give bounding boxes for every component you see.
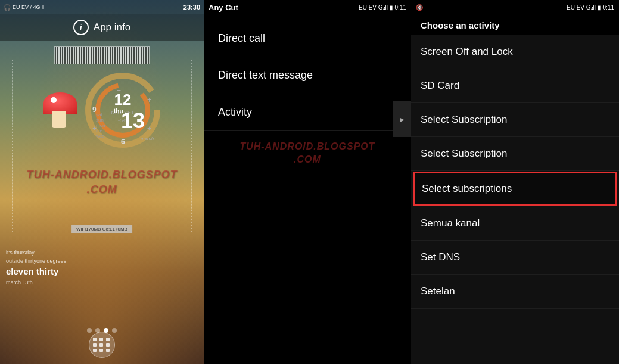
activity-status-right: EU EV G₄ll ▮ 0:11 bbox=[567, 4, 614, 11]
activity-header: Choose an activity bbox=[411, 14, 619, 35]
date-text: march | 3th bbox=[6, 279, 66, 287]
clock-widget: 12 NOT SET -5% sat sun mon tue wed 13 th… bbox=[24, 71, 180, 149]
anycut-menu: Direct call Direct text message Activity bbox=[204, 14, 411, 364]
data-info-bar: WiFi170MB Co:L170MB bbox=[71, 225, 132, 233]
svg-text:sun: sun bbox=[96, 117, 104, 123]
sd-card-label: SD Card bbox=[421, 80, 459, 91]
status-bar-home: 🎧 EU EV / 4G ll 23:30 bbox=[0, 0, 204, 14]
anycut-status-right: EU EV G₄ll ▮ 0:11 bbox=[359, 4, 406, 11]
set-dns-label: Set DNS bbox=[421, 251, 460, 263]
setelan-label: Setelan bbox=[421, 285, 455, 297]
app-info-label: App info bbox=[94, 21, 130, 33]
activity-item-setelan[interactable]: Setelan bbox=[411, 275, 619, 309]
headphone-icon: 🎧 bbox=[4, 4, 11, 11]
anycut-panel: Any Cut EU EV G₄ll ▮ 0:11 ▶ TUH-ANDROID.… bbox=[204, 0, 411, 364]
svg-text:+: + bbox=[147, 125, 151, 133]
anycut-app-name: Any Cut bbox=[209, 3, 238, 12]
svg-text:mon: mon bbox=[96, 123, 105, 128]
select-sub-1-label: Select Subscription bbox=[421, 114, 508, 125]
svg-text:+: + bbox=[92, 125, 97, 133]
bottom-info-text: it's thursday outside thirtyone degrees … bbox=[6, 249, 66, 287]
ring-clock: 12 NOT SET -5% sat sun mon tue wed 13 th… bbox=[84, 71, 161, 149]
app-info-bar[interactable]: i App info bbox=[0, 14, 204, 41]
play-icon[interactable]: ▶ bbox=[393, 101, 411, 137]
activity-item-semua-kanal[interactable]: Semua kanal bbox=[411, 207, 619, 241]
svg-text:13: 13 bbox=[121, 108, 145, 133]
anycut-item-direct-text[interactable]: Direct text message bbox=[204, 57, 411, 94]
svg-text:+: + bbox=[147, 96, 151, 104]
status-left-icons: 🎧 EU EV / 4G ll bbox=[4, 4, 44, 11]
network-info: EU EV / 4G ll bbox=[13, 4, 44, 10]
svg-text:wed: wed bbox=[95, 133, 105, 139]
time-text: eleven thirty bbox=[6, 265, 66, 279]
svg-text:sat: sat bbox=[96, 112, 102, 117]
clock-display: 23:30 bbox=[183, 4, 200, 11]
activity-item-select-subs[interactable]: Select subscriptions bbox=[413, 172, 617, 206]
mushroom-icon bbox=[42, 92, 78, 128]
home-screen: 🎧 EU EV / 4G ll 23:30 i App info bbox=[0, 0, 204, 364]
info-icon: i bbox=[73, 20, 89, 35]
svg-text:9: 9 bbox=[92, 105, 97, 114]
status-time: 23:30 bbox=[183, 4, 200, 11]
activity-item-select-sub-2[interactable]: Select Subscription bbox=[411, 137, 619, 171]
grid-dots-icon bbox=[93, 338, 111, 352]
apps-dock[interactable] bbox=[89, 332, 115, 358]
activity-item-set-dns[interactable]: Set DNS bbox=[411, 241, 619, 275]
svg-text:6: 6 bbox=[121, 138, 125, 146]
activity-item-screen-off[interactable]: Screen Off and Lock bbox=[411, 35, 619, 69]
svg-text:march: march bbox=[141, 136, 154, 141]
apps-button[interactable] bbox=[89, 332, 115, 358]
activity-list: Screen Off and Lock SD Card Select Subsc… bbox=[411, 35, 619, 364]
status-bar-activity: 🔇 EU EV G₄ll ▮ 0:11 bbox=[411, 0, 619, 14]
svg-text:+: + bbox=[117, 86, 121, 95]
select-subs-label: Select subscriptions bbox=[422, 183, 512, 194]
temp-text: outside thirtyone degrees bbox=[6, 257, 66, 266]
anycut-item-activity[interactable]: Activity bbox=[204, 94, 411, 131]
play-symbol: ▶ bbox=[400, 116, 405, 123]
activity-item-select-sub-1[interactable]: Select Subscription bbox=[411, 103, 619, 137]
select-sub-2-label: Select Subscription bbox=[421, 148, 508, 159]
svg-text:tue: tue bbox=[96, 128, 103, 133]
semua-kanal-label: Semua kanal bbox=[421, 217, 480, 229]
mute-icon: 🔇 bbox=[416, 4, 423, 11]
svg-text:thu: thu bbox=[114, 108, 123, 114]
activity-panel: 🔇 EU EV G₄ll ▮ 0:11 Choose an activity S… bbox=[411, 0, 619, 364]
status-bar-anycut: Any Cut EU EV G₄ll ▮ 0:11 bbox=[204, 0, 411, 14]
screen-off-label: Screen Off and Lock bbox=[421, 46, 513, 57]
day-text: it's thursday bbox=[6, 249, 66, 257]
anycut-item-direct-call[interactable]: Direct call bbox=[204, 20, 411, 57]
activity-item-sd-card[interactable]: SD Card bbox=[411, 69, 619, 103]
